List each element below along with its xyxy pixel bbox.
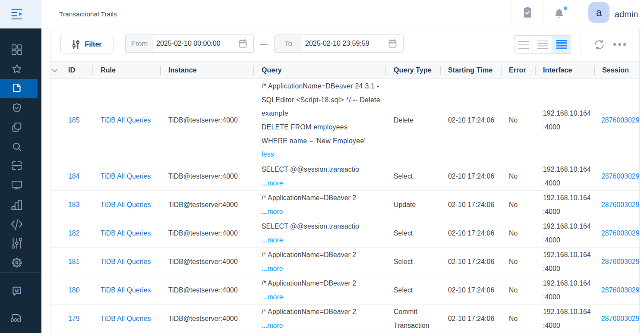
- svg-text:DOC: DOC: [11, 318, 20, 322]
